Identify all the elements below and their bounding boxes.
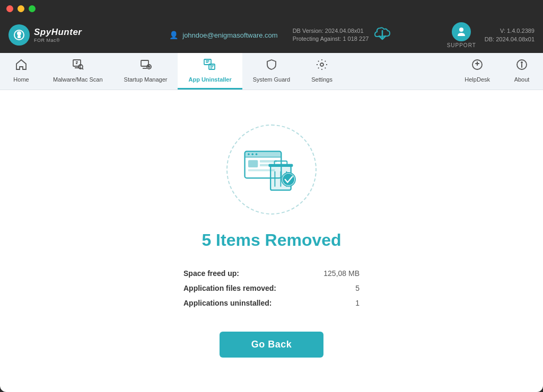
user-email: johndoe@enigmasoftware.com (182, 31, 277, 39)
stat-row-apps: Applications uninstalled: 1 (181, 296, 362, 310)
nav-spacer (343, 53, 454, 90)
stat-value-space: 125,08 MB (309, 266, 362, 281)
logo-suffix: FOR Mac® (34, 38, 82, 43)
close-button[interactable] (6, 5, 13, 12)
stats-table: Space freed up: 125,08 MB Application fi… (181, 266, 362, 310)
svg-rect-29 (245, 152, 282, 157)
app-uninstaller-label: App Uninstaller (188, 76, 231, 83)
nav-item-settings[interactable]: Settings (301, 53, 343, 90)
version-info: V: 1.4.0.2389 DB: 2024.04.08x01 (485, 26, 535, 44)
about-label: About (514, 76, 530, 83)
settings-icon (316, 58, 328, 74)
stat-label-files: Application files removed: (181, 281, 309, 296)
version-v: V: 1.4.0.2389 (485, 26, 535, 35)
svg-point-31 (248, 153, 250, 155)
nav-item-malware-scan[interactable]: Malware/Mac Scan (42, 53, 113, 90)
db-version: DB Version: 2024.04.08x01 (293, 27, 369, 35)
stat-label-apps: Applications uninstalled: (181, 296, 309, 310)
support-label: SUPPORT (447, 42, 476, 48)
system-guard-icon (265, 58, 278, 74)
svg-rect-34 (248, 160, 258, 167)
svg-rect-16 (206, 62, 208, 63)
stat-value-apps: 1 (309, 296, 362, 310)
svg-rect-43 (269, 164, 293, 167)
system-guard-label: System Guard (253, 76, 290, 83)
go-back-button[interactable]: Go Back (220, 332, 324, 358)
user-icon: 👤 (169, 31, 178, 39)
download-icon[interactable] (373, 24, 392, 47)
svg-point-4 (459, 28, 463, 32)
title-bar (0, 0, 543, 17)
svg-point-32 (251, 153, 253, 155)
svg-rect-2 (17, 35, 21, 38)
header-center: 👤 johndoe@enigmasoftware.com DB Version:… (115, 24, 447, 47)
stat-row-files: Application files removed: 5 (181, 281, 362, 296)
malware-scan-label: Malware/Mac Scan (53, 76, 103, 83)
svg-line-8 (82, 68, 83, 69)
stat-row-space: Space freed up: 125,08 MB (181, 266, 362, 281)
svg-point-33 (256, 153, 258, 155)
main-content: 5 Items Removed Space freed up: 125,08 M… (0, 90, 543, 392)
support-icon (452, 22, 471, 41)
nav-item-system-guard[interactable]: System Guard (242, 53, 301, 90)
logo-area: SpyHunter FOR Mac® (8, 24, 115, 46)
nav-item-startup-manager[interactable]: Startup Manager (113, 53, 178, 90)
uninstall-result-icon (242, 146, 301, 193)
svg-point-27 (521, 62, 522, 63)
nav-right: HelpDesk About (454, 53, 543, 90)
nav-item-home[interactable]: Home (0, 53, 42, 90)
svg-point-1 (17, 31, 21, 35)
version-db: DB: 2024.04.08x01 (485, 35, 535, 44)
header-bar: SpyHunter FOR Mac® 👤 johndoe@enigmasoftw… (0, 17, 543, 53)
result-icon-container (226, 124, 317, 215)
support-button[interactable]: SUPPORT (447, 22, 476, 48)
svg-point-21 (320, 63, 323, 66)
home-icon (15, 58, 28, 74)
helpdesk-label: HelpDesk (465, 76, 490, 83)
startup-manager-label: Startup Manager (124, 76, 168, 83)
stat-value-files: 5 (309, 281, 362, 296)
helpdesk-icon (471, 58, 484, 74)
malware-scan-icon (72, 58, 84, 74)
nav-bar: Home Malware/Mac Scan Startup Mana (0, 53, 543, 90)
nav-item-about[interactable]: About (501, 53, 543, 90)
maximize-button[interactable] (29, 5, 36, 12)
svg-rect-15 (206, 60, 209, 61)
home-label: Home (13, 76, 29, 83)
app-uninstaller-icon (203, 58, 217, 74)
startup-manager-icon (139, 58, 152, 74)
db-info: DB Version: 2024.04.08x01 Protecting Aga… (293, 27, 369, 43)
header-right: SUPPORT V: 1.4.0.2389 DB: 2024.04.08x01 (447, 22, 535, 48)
settings-label: Settings (311, 76, 332, 83)
items-removed-title: 5 Items Removed (202, 230, 341, 250)
logo-name: SpyHunter (34, 27, 82, 38)
logo-icon (8, 24, 30, 46)
protecting-label: Protecting Against: 1 018 227 (293, 35, 369, 43)
svg-point-46 (283, 174, 294, 185)
about-icon (515, 58, 528, 74)
minimize-button[interactable] (17, 5, 24, 12)
nav-item-app-uninstaller[interactable]: App Uninstaller (178, 53, 242, 90)
nav-item-helpdesk[interactable]: HelpDesk (454, 53, 501, 90)
stat-label-space: Space freed up: (181, 266, 309, 281)
